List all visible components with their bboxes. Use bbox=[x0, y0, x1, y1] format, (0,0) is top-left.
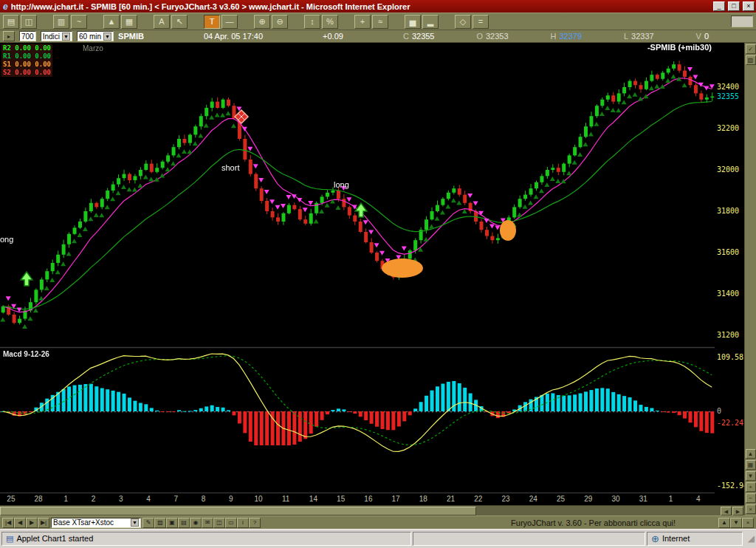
template-select[interactable]: Base XTsar+Xstoc ▼ bbox=[51, 518, 141, 528]
timeframe-select[interactable]: 60 min ▼ bbox=[77, 31, 114, 41]
histogram-icon[interactable]: ▅ bbox=[405, 15, 421, 29]
x-axis-label: 31 bbox=[633, 495, 653, 503]
close-panel-icon[interactable]: × bbox=[746, 504, 756, 514]
x-axis-label: 11 bbox=[276, 495, 295, 503]
market-select-value: Indici bbox=[43, 32, 60, 41]
panel-up-icon[interactable]: ▲ bbox=[718, 518, 730, 528]
scroll-down-icon[interactable]: ▼ bbox=[746, 471, 756, 481]
print-icon[interactable]: ▤ bbox=[178, 518, 190, 528]
symbol-entry-box[interactable] bbox=[731, 16, 753, 27]
help-icon[interactable]: ? bbox=[249, 518, 261, 528]
applet-status-link[interactable]: FuryoJChart v. 3.60 - Per abbonarti clic… bbox=[511, 518, 676, 527]
quote-field-label: V bbox=[696, 32, 701, 41]
nav-prev-button[interactable]: ◀ bbox=[14, 518, 26, 528]
nav-first-button[interactable]: |◀ bbox=[2, 518, 14, 528]
edit-icon[interactable]: ✎ bbox=[142, 518, 154, 528]
mini-chart-icon[interactable]: ◫ bbox=[213, 518, 225, 528]
x-axis-label: 14 bbox=[303, 495, 323, 503]
close-button[interactable]: × bbox=[743, 1, 755, 11]
panel-close-icon[interactable]: × bbox=[742, 518, 754, 528]
price-chart-canvas[interactable] bbox=[0, 43, 715, 493]
vertical-scale-icon[interactable]: ↕ bbox=[304, 15, 320, 29]
quote-field-h: H32379 bbox=[550, 32, 582, 41]
macd-axis-label: 109.58 bbox=[717, 353, 743, 361]
compare-charts-icon[interactable]: ▦ bbox=[121, 15, 137, 29]
mail-icon[interactable]: ✉ bbox=[202, 518, 213, 528]
x-axis-label: 1 bbox=[661, 495, 680, 503]
zoom-in-icon[interactable]: ⊕ bbox=[254, 15, 270, 29]
scroll-left-icon[interactable]: ◀ bbox=[721, 507, 732, 516]
indicator-icon[interactable]: ≈ bbox=[372, 15, 388, 29]
scroll-up-icon[interactable]: ▲ bbox=[746, 449, 756, 459]
h-scrollbar-thumb[interactable] bbox=[0, 507, 476, 516]
h-scrollbar[interactable]: ◀ ▶ bbox=[0, 505, 744, 516]
x-axis-label: 30 bbox=[606, 495, 625, 503]
pointer-tool-icon[interactable]: ↖ bbox=[171, 15, 188, 29]
statusbar-message-pane: ▤ Applet Chart1 started bbox=[1, 532, 411, 546]
macd-axis-label: 0 bbox=[717, 407, 743, 415]
price-axis-label: 31800 bbox=[717, 207, 743, 215]
panel-down-icon[interactable]: ▼ bbox=[730, 518, 742, 528]
percent-icon[interactable]: % bbox=[322, 15, 338, 29]
x-axis-label: 4 bbox=[139, 495, 158, 503]
snapshot-icon[interactable]: ◉ bbox=[190, 518, 202, 528]
chevron-down-icon[interactable]: ▼ bbox=[62, 32, 70, 41]
quote-field-value: 32353 bbox=[486, 32, 509, 41]
info-icon[interactable]: i bbox=[237, 518, 249, 528]
x-axis-label: 10 bbox=[249, 495, 268, 503]
save-icon[interactable]: ▣ bbox=[166, 518, 178, 528]
macd-axis-label: -152.94 bbox=[717, 482, 743, 490]
area-chart-icon[interactable]: ▲ bbox=[103, 15, 120, 29]
market-select[interactable]: Indici ▼ bbox=[41, 31, 72, 41]
hline-tool-icon[interactable]: — bbox=[221, 15, 238, 29]
bottom-right-icon-group: ▲▼× bbox=[718, 518, 754, 528]
statusbar-message: Applet Chart1 started bbox=[16, 534, 93, 543]
zoom-minus-icon[interactable]: − bbox=[746, 493, 756, 503]
lookback-field[interactable]: 700 bbox=[19, 31, 36, 41]
symbol-label: SPMIB bbox=[118, 32, 144, 41]
check-icon[interactable]: ✓ bbox=[746, 44, 756, 54]
nav-last-button[interactable]: ▶| bbox=[38, 518, 49, 528]
chart-annotation-text: ong bbox=[0, 235, 13, 244]
crosshair-icon[interactable]: + bbox=[354, 15, 371, 29]
candlestick-chart-icon[interactable]: ◫ bbox=[21, 15, 37, 29]
grid-icon[interactable]: ▦ bbox=[746, 460, 756, 470]
measure-icon[interactable]: ▭ bbox=[225, 518, 237, 528]
settings-icon[interactable]: = bbox=[472, 15, 489, 29]
layers-icon[interactable]: ▧ bbox=[154, 518, 166, 528]
applet-bottom-bar: |◀◀▶▶| Base XTsar+Xstoc ▼ ✎▧▣▤◉✉◫▭i? Fur… bbox=[0, 516, 756, 529]
trendline-tool-icon[interactable]: T bbox=[204, 15, 220, 29]
template-select-value: Base XTsar+Xstoc bbox=[53, 518, 131, 527]
zoom-plus-icon[interactable]: + bbox=[746, 482, 756, 492]
chevron-down-icon[interactable]: ▼ bbox=[103, 32, 111, 41]
statusbar-zone-pane: ⊕ Internet bbox=[647, 532, 743, 546]
quote-refresh-icon[interactable]: ▸ bbox=[3, 31, 15, 41]
quote-field-value: 0 bbox=[704, 32, 709, 41]
resize-grip[interactable]: ◢ bbox=[744, 532, 755, 546]
quote-field-c: C32355 bbox=[403, 32, 435, 41]
oscillator-icon[interactable]: ◇ bbox=[455, 15, 471, 29]
zoom-out-icon[interactable]: ⊖ bbox=[272, 15, 288, 29]
x-axis-label: 1 bbox=[56, 495, 75, 503]
panel-icon[interactable]: ▧ bbox=[746, 55, 756, 65]
minimize-button[interactable]: _ bbox=[713, 1, 725, 11]
x-axis-label: 29 bbox=[579, 495, 598, 503]
quote-bar: ▸ 700 Indici ▼ 60 min ▼ SPMIB 04 Apr. 05… bbox=[0, 30, 756, 43]
price-axis-label: 31400 bbox=[717, 290, 743, 298]
scroll-right-icon[interactable]: ▶ bbox=[732, 507, 743, 516]
open-chart-icon[interactable]: ▤ bbox=[3, 15, 19, 29]
maximize-button[interactable]: □ bbox=[728, 1, 740, 11]
text-tool-icon[interactable]: A bbox=[154, 15, 170, 29]
quote-field-l: L32337 bbox=[624, 32, 654, 41]
chevron-down-icon[interactable]: ▼ bbox=[131, 518, 139, 527]
quote-field-label: C bbox=[403, 32, 409, 41]
line-chart-icon[interactable]: ~ bbox=[71, 15, 87, 29]
x-axis-label: 2 bbox=[84, 495, 103, 503]
quote-field-label: H bbox=[550, 32, 556, 41]
timeframe-select-value: 60 min bbox=[79, 32, 101, 41]
quote-field-value: 32379 bbox=[559, 32, 582, 41]
volume-icon[interactable]: ▂ bbox=[422, 15, 439, 29]
bar-chart-icon[interactable]: ▥ bbox=[53, 15, 69, 29]
nav-next-button[interactable]: ▶ bbox=[26, 518, 38, 528]
x-axis-label: 17 bbox=[386, 495, 405, 503]
